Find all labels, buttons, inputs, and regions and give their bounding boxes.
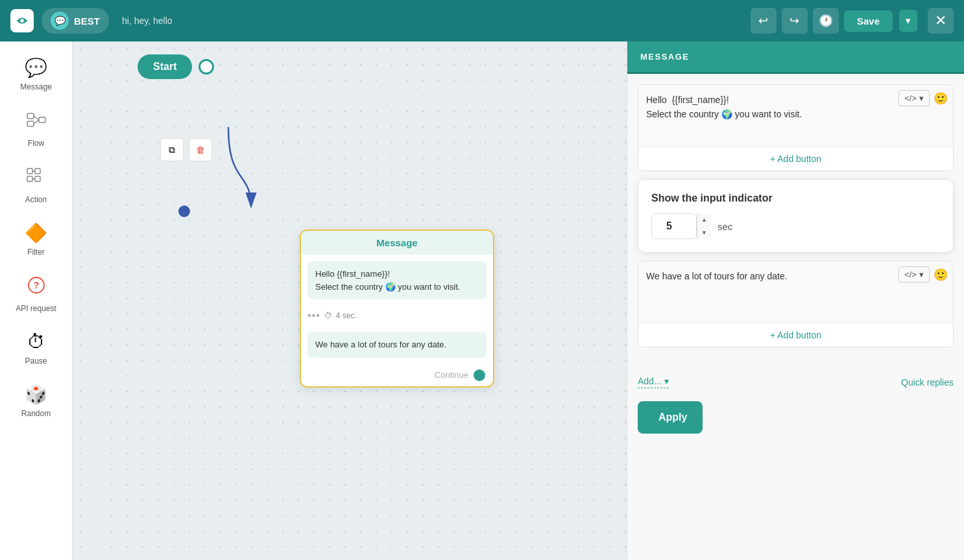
svg-line-5 [34,120,39,124]
quick-replies-button[interactable]: Quick replies [901,377,954,388]
brand-avatar: 💬 [51,12,69,30]
delete-node-button[interactable]: 🗑 [189,138,212,161]
canvas[interactable]: Start Message Hello {{first_name}}! Sele… [73,41,627,560]
message-2-block: We have a lot of tours for any date. </>… [638,261,954,347]
brand-selector[interactable]: 💬 BEST [42,8,109,34]
timer-dots: ••• [307,310,320,321]
message-icon: 💬 [25,57,47,78]
sec-input[interactable] [651,213,697,239]
panel-bottom: Add... ▾ Quick replies [627,366,964,393]
apply-button[interactable]: Apply [638,401,703,434]
message-continue-row: Continue [301,364,493,386]
message-node[interactable]: Message Hello {{first_name}}! Select the… [300,229,494,388]
msg2-toolbar: </> ▾ 🙂 [898,266,948,283]
redo-button[interactable]: ↪ [782,8,808,34]
random-icon: 🎲 [25,384,47,405]
sidebar-item-random[interactable]: 🎲 Random [0,376,72,426]
svg-rect-7 [27,176,32,181]
sidebar: 💬 Message Flow [0,41,73,560]
message-bubble-2: We have a lot of tours for any date. [307,332,487,358]
start-node: Start [138,54,214,79]
right-panel: MESSAGE Hello {{first_name}}! Select the… [627,41,964,560]
spin-up-button[interactable]: ▲ [697,213,711,226]
api-request-icon: ? [26,275,47,300]
sec-label: sec [717,221,732,232]
duplicate-node-button[interactable]: ⧉ [160,138,184,161]
history-button[interactable]: 🕐 [813,8,839,34]
sidebar-item-filter[interactable]: 🔶 Filter [0,215,72,264]
message-1-block: Hello {{first_name}}! Select the country… [638,84,954,171]
sidebar-item-random-label: Random [21,409,51,418]
save-button[interactable]: Save [844,10,893,32]
svg-line-4 [34,116,39,120]
svg-rect-9 [35,176,40,181]
emoji-button-2[interactable]: 🙂 [934,266,948,283]
undo-button[interactable]: ↩ [751,8,777,34]
topbar: 💬 BEST hi, hey, hello ↩ ↪ 🕐 Save ▾ ✕ [0,0,964,41]
sidebar-item-api-request[interactable]: ? API request [0,267,72,321]
sidebar-item-pause-label: Pause [25,356,47,366]
sidebar-item-pause[interactable]: ⏱ Pause [0,323,72,373]
action-icon [26,166,47,191]
sidebar-item-flow-label: Flow [28,139,44,148]
add-button-1[interactable]: + Add button [638,146,953,170]
panel-content: Hello {{first_name}}! Select the country… [627,74,964,366]
emoji-button-1[interactable]: 🙂 [934,90,948,106]
apply-section: Apply [627,393,964,447]
topbar-actions: ↩ ↪ 🕐 Save ▾ ✕ [751,8,954,34]
add-dropdown[interactable]: Add... ▾ [638,376,669,388]
code-variable-button-2[interactable]: </> ▾ [898,266,930,283]
svg-rect-2 [27,121,34,126]
sidebar-item-message-label: Message [20,82,52,91]
input-indicator-title: Show the input indicator [651,192,940,204]
svg-rect-6 [27,169,32,174]
add-dropdown-chevron: ▾ [664,376,669,386]
start-button[interactable]: Start [138,54,192,79]
message-bubble-1: Hello {{first_name}}! Select the country… [307,261,487,299]
msg1-textarea-wrapper: Hello {{first_name}}! Select the country… [638,85,953,146]
node-actions: ⧉ 🗑 [156,134,216,165]
code-variable-button-1[interactable]: </> ▾ [898,90,930,106]
app-logo [10,9,34,32]
message-timer: ••• ⏱ 4 sec. [301,306,493,325]
add-button-2[interactable]: + Add button [638,323,953,347]
sidebar-item-filter-label: Filter [27,248,45,257]
continue-connector [474,369,485,381]
start-connector-dot [199,59,214,75]
sidebar-item-action[interactable]: Action [0,158,72,212]
input-indicator-popup: Show the input indicator ▲ ▼ sec [638,179,954,253]
close-button[interactable]: ✕ [928,8,954,34]
msg2-textarea-wrapper: We have a lot of tours for any date. </>… [638,261,953,323]
input-indicator-row: ▲ ▼ sec [651,213,940,239]
save-dropdown-button[interactable]: ▾ [899,10,917,32]
msg1-toolbar: </> ▾ 🙂 [898,90,948,106]
sec-input-wrapper: ▲ ▼ [651,213,711,239]
spin-buttons: ▲ ▼ [697,213,711,239]
pause-icon: ⏱ [27,331,45,353]
main-layout: 💬 Message Flow [0,41,964,560]
brand-name: BEST [74,16,100,27]
spin-down-button[interactable]: ▼ [697,226,711,239]
flow-title: hi, hey, hello [122,16,173,26]
sidebar-item-api-label: API request [16,304,56,313]
svg-point-0 [20,19,24,23]
filter-icon: 🔶 [25,222,47,244]
svg-rect-8 [35,169,40,174]
svg-rect-3 [39,117,45,122]
message-node-header: Message [301,231,493,255]
svg-rect-1 [27,113,34,119]
timer-clock-icon: ⏱ [324,311,332,320]
sidebar-item-message[interactable]: 💬 Message [0,49,72,99]
svg-text:?: ? [33,280,39,290]
flow-icon [26,110,47,135]
panel-header: MESSAGE [627,41,964,74]
incoming-connector [178,205,190,217]
sidebar-item-flow[interactable]: Flow [0,102,72,156]
sidebar-item-action-label: Action [25,195,47,204]
